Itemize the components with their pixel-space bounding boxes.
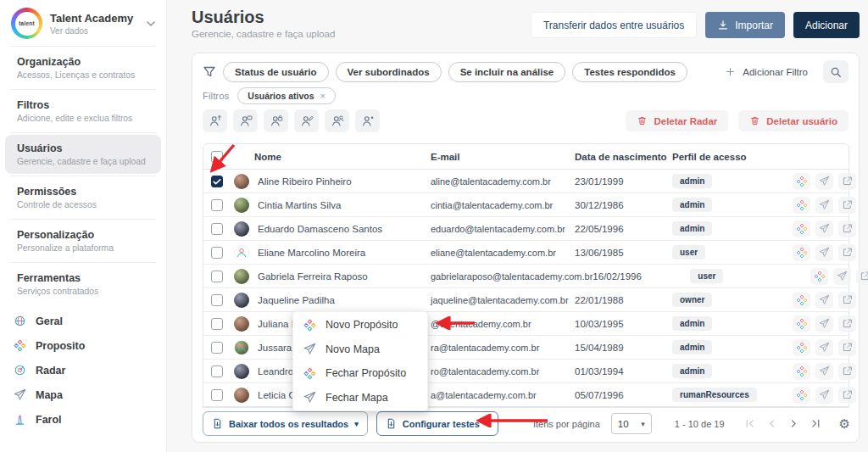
filter-button[interactable]: Testes respondidos — [572, 62, 687, 82]
filters-label: Filtros — [203, 91, 229, 101]
users-transfer-button[interactable] — [203, 109, 227, 132]
delete-radar-button[interactable]: Deletar Radar — [626, 110, 728, 131]
user-edit-button[interactable] — [294, 109, 319, 132]
row-checkbox[interactable] — [211, 389, 223, 401]
role-badge: admin — [672, 221, 712, 236]
table-row: Jaqueline Padilha jaqueline@talentacadem… — [203, 288, 849, 312]
workspace-switcher[interactable]: talent Talent Academy Ver dados — [0, 0, 166, 46]
row-checkbox[interactable] — [211, 223, 223, 235]
download-all-results-button[interactable]: Baixar todos os resultados ▾ — [203, 411, 368, 436]
purpose-action-button[interactable] — [793, 363, 810, 380]
user-remove-button[interactable] — [355, 109, 380, 132]
add-button[interactable]: Adicionar — [793, 12, 860, 38]
purpose-action-button[interactable] — [793, 292, 810, 309]
row-checkbox[interactable] — [211, 294, 223, 306]
active-filter-chip[interactable]: Usuários ativos × — [237, 87, 336, 104]
filter-button[interactable]: Se incluir na análise — [448, 62, 566, 82]
transfer-data-button[interactable]: Transferir dados entre usuários — [531, 12, 697, 38]
open-external-button[interactable] — [838, 292, 856, 309]
open-external-button[interactable] — [838, 315, 856, 332]
open-external-button[interactable] — [838, 363, 856, 380]
delete-user-button[interactable]: Deletar usuário — [738, 110, 849, 131]
map-action-button[interactable] — [815, 315, 833, 332]
purpose-action-button[interactable] — [793, 387, 810, 404]
row-checkbox[interactable] — [211, 318, 223, 330]
purpose-action-button[interactable] — [793, 197, 810, 214]
sidebar-tool-mapa[interactable]: Mapa — [0, 382, 166, 407]
close-icon[interactable]: × — [320, 91, 326, 101]
purpose-action-button[interactable] — [793, 244, 810, 261]
configure-tests-button[interactable]: Configurar testes ▾ — [376, 411, 499, 436]
user-birthdate: 22/05/1996 — [575, 224, 672, 234]
sidebar-item-organizacao[interactable]: Organização Acessos, Licenças e contrato… — [5, 48, 161, 87]
open-external-button[interactable] — [838, 220, 856, 237]
purpose-action-button[interactable] — [793, 315, 810, 332]
import-button[interactable]: Importar — [705, 12, 785, 38]
map-action-button[interactable] — [815, 387, 833, 404]
avatar — [234, 221, 249, 237]
user-email: cintia@talentacademy.com.br — [431, 200, 575, 210]
purpose-action-button[interactable] — [793, 173, 810, 190]
paper-plane-icon — [303, 391, 316, 404]
last-page-button[interactable] — [810, 418, 821, 429]
purpose-action-button[interactable] — [793, 220, 810, 237]
row-checkbox[interactable] — [211, 247, 223, 259]
row-checkbox[interactable] — [211, 271, 223, 282]
avatar — [234, 388, 249, 403]
workspace-subtitle: Ver dados — [50, 26, 144, 36]
sidebar-tool-farol[interactable]: Farol — [0, 407, 166, 432]
sidebar-item-usuarios[interactable]: Usuários Gerencie, cadastre e faça uploa… — [5, 135, 161, 174]
row-checkbox[interactable] — [211, 366, 223, 377]
purpose-icon — [303, 319, 316, 332]
chevron-down-icon[interactable] — [144, 17, 158, 31]
gear-icon[interactable]: ⚙ — [839, 416, 850, 432]
search-button[interactable] — [823, 60, 849, 83]
map-action-button[interactable] — [815, 292, 833, 309]
sidebar-tool-proposito[interactable]: Proposito — [0, 333, 166, 358]
map-action-button[interactable] — [815, 244, 833, 261]
filter-button[interactable]: Ver subordinados — [336, 62, 442, 82]
open-external-button[interactable] — [838, 244, 856, 261]
sidebar-item-personalizacao[interactable]: Personalização Personalize a plataforma — [5, 221, 161, 260]
open-external-button[interactable] — [838, 173, 856, 190]
open-external-button[interactable] — [838, 387, 856, 404]
sidebar-item-permissoes[interactable]: Permissões Controle de acessos — [5, 178, 161, 217]
open-external-button[interactable] — [838, 197, 856, 214]
menu-item-novo-mapa[interactable]: Novo Mapa — [293, 338, 427, 362]
add-filter-button[interactable]: Adicionar Filtro — [725, 66, 808, 77]
role-badge: owner — [672, 293, 712, 307]
filter-button[interactable]: Status de usuário — [223, 62, 329, 82]
row-checkbox[interactable] — [211, 342, 223, 354]
select-all-checkbox[interactable] — [211, 151, 223, 163]
map-action-button[interactable] — [833, 268, 851, 285]
first-page-button[interactable] — [744, 418, 755, 429]
sidebar-tool-radar[interactable]: Radar — [0, 358, 166, 382]
previous-page-button[interactable] — [766, 418, 777, 429]
map-action-button[interactable] — [815, 197, 833, 214]
user-lock-button[interactable] — [264, 109, 288, 132]
map-action-button[interactable] — [815, 339, 833, 356]
purpose-action-button[interactable] — [810, 268, 828, 285]
plus-icon — [725, 66, 736, 77]
menu-item-novo-proposito[interactable]: Novo Propósito — [293, 313, 427, 338]
map-action-button[interactable] — [815, 363, 833, 380]
user-birthdate: 01/03/1994 — [575, 366, 672, 377]
row-checkbox[interactable] — [211, 176, 223, 187]
items-per-page-select[interactable]: 10 ▾ — [611, 413, 652, 434]
menu-item-fechar-mapa[interactable]: Fechar Mapa — [293, 386, 427, 410]
sidebar-item-ferramentas[interactable]: Ferramentas Serviços contratados — [5, 265, 161, 304]
open-external-button[interactable] — [838, 339, 856, 356]
sidebar-item-filtros[interactable]: Filtros Adicione, edite e exclua filtros — [5, 92, 161, 131]
purpose-action-button[interactable] — [793, 339, 810, 356]
user-birthdate: 15/04/1989 — [575, 343, 672, 353]
menu-item-fechar-proposito[interactable]: Fechar Propósito — [293, 361, 427, 386]
map-action-button[interactable] — [815, 220, 833, 237]
users-group-button[interactable] — [325, 109, 349, 132]
next-page-button[interactable] — [788, 418, 799, 429]
sidebar-tool-geral[interactable]: Geral — [0, 309, 166, 333]
user-card-button[interactable] — [233, 109, 258, 132]
filter-funnel-icon[interactable] — [203, 65, 216, 79]
open-external-button[interactable] — [856, 268, 868, 285]
row-checkbox[interactable] — [211, 199, 223, 211]
map-action-button[interactable] — [815, 173, 833, 190]
